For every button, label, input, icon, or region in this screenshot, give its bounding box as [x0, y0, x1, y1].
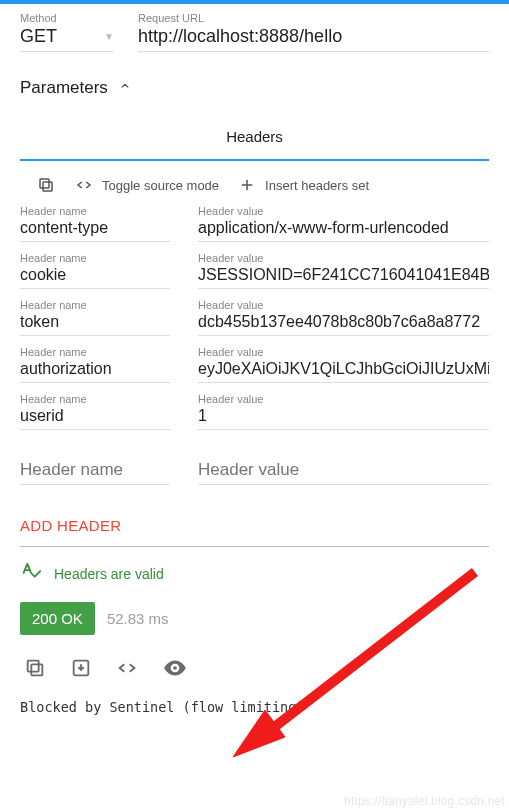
app-accent-bar: [0, 0, 509, 4]
svg-marker-6: [233, 710, 285, 757]
method-value: GET: [20, 26, 57, 47]
tab-underline: [20, 159, 489, 161]
headers-valid-label: Headers are valid: [54, 566, 164, 582]
svg-rect-2: [31, 664, 42, 675]
header-name-label: Header name: [20, 252, 170, 264]
parameters-toggle[interactable]: Parameters: [20, 78, 489, 98]
status-badge: 200 OK: [20, 602, 95, 635]
svg-rect-1: [40, 179, 49, 188]
header-value-input[interactable]: [198, 358, 489, 383]
plus-icon: [237, 175, 257, 195]
header-name-input[interactable]: [20, 358, 170, 383]
header-name-input[interactable]: [20, 217, 170, 242]
header-value-label: Header value: [198, 252, 489, 264]
code-icon: [74, 175, 94, 195]
copy-response-icon[interactable]: [24, 657, 46, 683]
svg-rect-3: [28, 661, 39, 672]
response-time: 52.83 ms: [107, 610, 169, 627]
toggle-source-button[interactable]: Toggle source mode: [74, 175, 219, 195]
divider: [20, 546, 489, 547]
chevron-up-icon: [118, 78, 132, 98]
url-label: Request URL: [138, 12, 489, 24]
method-label: Method: [20, 12, 114, 24]
header-value-label: Header value: [198, 299, 489, 311]
eye-icon[interactable]: [162, 655, 188, 685]
insert-headers-label: Insert headers set: [265, 178, 369, 193]
spellcheck-icon: [20, 561, 42, 586]
chevron-down-icon: ▼: [104, 31, 114, 42]
header-value-input-empty[interactable]: [198, 458, 489, 485]
response-body: Blocked by Sentinel (flow limiting): [20, 699, 489, 715]
tab-headers[interactable]: Headers: [20, 128, 489, 159]
header-value-input[interactable]: [198, 311, 489, 336]
svg-rect-0: [43, 182, 52, 191]
parameters-label: Parameters: [20, 78, 108, 98]
method-select[interactable]: Method GET ▼: [20, 12, 114, 52]
header-value-label: Header value: [198, 346, 489, 358]
header-value-label: Header value: [198, 393, 489, 405]
insert-headers-button[interactable]: Insert headers set: [237, 175, 369, 195]
header-name-label: Header name: [20, 346, 170, 358]
header-name-label: Header name: [20, 299, 170, 311]
header-name-input[interactable]: [20, 405, 170, 430]
header-name-label: Header name: [20, 393, 170, 405]
watermark: https://tianyalei.blog.csdn.net: [344, 794, 505, 808]
toggle-source-label: Toggle source mode: [102, 178, 219, 193]
request-url-input[interactable]: [138, 26, 489, 52]
download-icon[interactable]: [70, 657, 92, 683]
header-name-label: Header name: [20, 205, 170, 217]
header-name-input[interactable]: [20, 264, 170, 289]
header-value-input[interactable]: [198, 217, 489, 242]
header-value-input[interactable]: [198, 405, 489, 430]
header-name-input-empty[interactable]: [20, 458, 170, 485]
code-view-icon[interactable]: [116, 657, 138, 683]
header-value-label: Header value: [198, 205, 489, 217]
header-value-input[interactable]: [198, 264, 489, 289]
copy-icon[interactable]: [36, 175, 56, 195]
add-header-button[interactable]: ADD HEADER: [20, 511, 489, 540]
header-name-input[interactable]: [20, 311, 170, 336]
